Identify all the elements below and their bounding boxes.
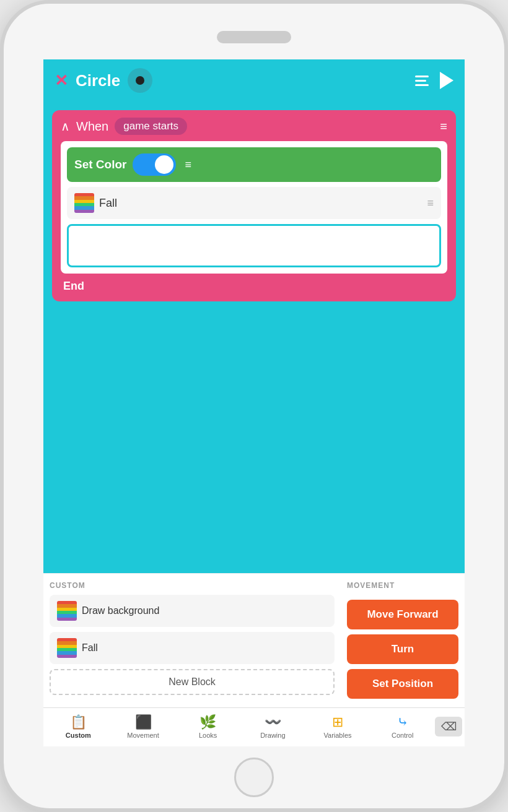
- panel-right: MOVEMENT Move Forward Turn Set Position: [341, 574, 465, 707]
- new-block[interactable]: New Block: [50, 669, 335, 695]
- page-title: Circle: [76, 71, 120, 90]
- new-block-label: New Block: [169, 676, 216, 688]
- fall-block[interactable]: Fall ≡: [67, 187, 441, 219]
- nav-item-movement[interactable]: ⬛ Movement: [111, 712, 176, 741]
- nav-item-variables[interactable]: ⊞ Variables: [305, 712, 370, 741]
- custom-section-label: CUSTOM: [50, 581, 335, 590]
- drawing-nav-label: Drawing: [260, 732, 285, 739]
- drawing-icon: 〰️: [265, 714, 281, 730]
- move-forward-button[interactable]: Move Forward: [347, 600, 458, 629]
- movement-nav-label: Movement: [127, 732, 159, 739]
- custom-icon: 📋: [70, 714, 87, 730]
- fall-custom-block[interactable]: Fall: [50, 632, 335, 664]
- control-nav-label: Control: [392, 732, 413, 739]
- event-menu-icon[interactable]: ≡: [440, 119, 447, 134]
- nav-item-control[interactable]: ⤷ Control: [370, 712, 435, 741]
- bottom-panel: CUSTOM Draw background: [43, 573, 465, 746]
- event-header-left: ∧ When game starts: [61, 118, 187, 135]
- custom-nav-label: Custom: [66, 732, 91, 739]
- fall-custom-label: Fall: [82, 642, 98, 654]
- event-header: ∧ When game starts ≡: [61, 118, 447, 135]
- sprite-dot-inner: [136, 76, 144, 85]
- nav-item-custom[interactable]: 📋 Custom: [46, 712, 111, 741]
- empty-block[interactable]: [67, 224, 441, 267]
- fall-rainbow-icon: [57, 638, 77, 658]
- set-color-block[interactable]: Set Color ≡: [67, 147, 441, 182]
- set-color-label: Set Color: [74, 158, 126, 171]
- header-right: [415, 72, 453, 89]
- panel-left: CUSTOM Draw background: [43, 574, 341, 707]
- turn-button[interactable]: Turn: [347, 634, 458, 664]
- play-icon[interactable]: [440, 72, 453, 89]
- control-icon: ⤷: [397, 714, 408, 730]
- phone-bottom-bar: [4, 746, 504, 808]
- end-label: End: [61, 280, 447, 293]
- code-area: ∧ When game starts ≡ Set Color ≡: [43, 102, 465, 573]
- color-toggle-circle: [155, 155, 173, 174]
- list-icon[interactable]: [415, 76, 429, 86]
- inner-blocks: Set Color ≡: [61, 141, 447, 274]
- draw-background-block[interactable]: Draw background: [50, 595, 335, 627]
- nav-item-looks[interactable]: 🌿 Looks: [175, 712, 240, 741]
- looks-icon: 🌿: [199, 714, 216, 730]
- set-color-menu-icon[interactable]: ≡: [185, 158, 191, 171]
- phone-device: ✕ Circle ∧ When game star: [0, 0, 508, 812]
- fall-menu-icon[interactable]: ≡: [427, 197, 434, 210]
- nav-item-drawing[interactable]: 〰️ Drawing: [240, 712, 305, 741]
- phone-top-bar: [4, 4, 504, 59]
- variables-nav-label: Variables: [324, 732, 352, 739]
- draw-background-label: Draw background: [82, 605, 159, 616]
- phone-speaker: [217, 31, 291, 43]
- event-block: ∧ When game starts ≡ Set Color ≡: [52, 110, 456, 301]
- when-label: When: [76, 119, 108, 134]
- delete-key[interactable]: ⌫: [435, 717, 462, 736]
- header-left: ✕ Circle: [55, 68, 152, 93]
- rainbow-icon: [74, 193, 94, 213]
- screen-header: ✕ Circle: [43, 59, 465, 102]
- movement-section-label: MOVEMENT: [347, 581, 458, 590]
- variables-icon: ⊞: [332, 714, 343, 730]
- set-position-button[interactable]: Set Position: [347, 669, 458, 699]
- looks-nav-label: Looks: [199, 732, 217, 739]
- panel-content: CUSTOM Draw background: [43, 574, 465, 707]
- sprite-dot[interactable]: [128, 68, 152, 93]
- draw-bg-rainbow-icon: [57, 601, 77, 621]
- chevron-up-icon[interactable]: ∧: [61, 119, 70, 134]
- fall-block-left: Fall: [74, 193, 117, 213]
- trigger-badge[interactable]: game starts: [115, 118, 187, 135]
- home-button[interactable]: [234, 758, 274, 797]
- phone-screen: ✕ Circle ∧ When game star: [43, 59, 465, 746]
- close-icon[interactable]: ✕: [55, 71, 68, 90]
- movement-icon: ⬛: [135, 714, 152, 730]
- fall-label: Fall: [99, 197, 117, 210]
- color-toggle[interactable]: [133, 153, 176, 176]
- bottom-nav: 📋 Custom ⬛ Movement 🌿 Looks 〰️ Drawing ⊞: [43, 707, 465, 746]
